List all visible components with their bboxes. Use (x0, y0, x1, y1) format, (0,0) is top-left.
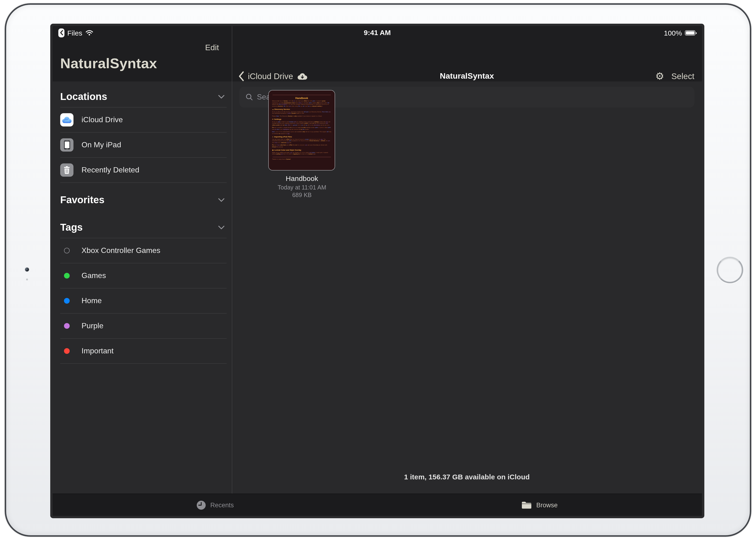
sidebar-item-xbox-controller-games[interactable]: Xbox Controller Games (53, 238, 231, 263)
sidebar-item-label: Important (82, 347, 113, 355)
preview-heading: ☁Discovery Service (272, 108, 331, 110)
file-thumbnail-handbook[interactable]: HandbookWelcome to Natural Syntax, withi… (269, 90, 335, 170)
sidebar-item-games[interactable]: Games (53, 263, 231, 288)
status-time: 9:41 AM (53, 28, 702, 37)
sidebar-item-purple[interactable]: Purple (53, 314, 231, 338)
gear-icon: ⚙ (272, 118, 274, 120)
tag-ring-icon (64, 248, 70, 253)
preview-paragraph: Note: some of the customization options … (272, 131, 331, 135)
preview-title: Handbook (272, 97, 331, 99)
file-modified-date: Today at 11:01 AM (245, 184, 359, 191)
header-strip: Files 9:41 AM 100% Edit NaturalSyntax (53, 26, 702, 81)
preview-paragraph: While you're reading your book, you can … (272, 152, 331, 155)
chevron-down-icon (218, 94, 225, 99)
file-name: Handbook (245, 174, 359, 182)
document-preview: HandbookWelcome to Natural Syntax, withi… (269, 90, 335, 170)
ipad-device: Files 9:41 AM 100% Edit NaturalSyntax (0, 0, 756, 540)
ipad-icon (60, 138, 74, 152)
sidebar-item-important[interactable]: Important (53, 339, 231, 363)
sidebar-item-label: Purple (82, 322, 103, 330)
preview-paragraph: Please Note: The Discovery Service is on… (272, 115, 331, 117)
tag-color-dot (64, 273, 70, 279)
sidebar-app-title: NaturalSyntax (60, 56, 157, 71)
edit-button[interactable]: Edit (53, 43, 231, 53)
separator (60, 363, 227, 364)
battery-icon (685, 30, 695, 35)
sidebar-section-header-favorites[interactable]: Favorites (53, 190, 231, 210)
cloud-icon: ☁ (272, 108, 274, 110)
ambient-sensor (26, 279, 28, 280)
home-button[interactable] (717, 257, 743, 283)
battery-percent-label: 100% (664, 29, 682, 37)
tag-color-dot (64, 348, 70, 354)
section-label: Tags (60, 222, 83, 233)
chevron-down-icon (218, 198, 225, 202)
sidebar-item-recently-deleted[interactable]: Recently Deleted (53, 158, 231, 182)
preview-footer: Thanks for using Natural Syntax! (272, 159, 331, 160)
tag-color-dot (64, 323, 70, 329)
folder-icon (522, 501, 532, 509)
preview-heading: ⚙Settings (272, 118, 331, 120)
sidebar-section-header-locations[interactable]: Locations (53, 86, 231, 107)
icloud-drive-icon (60, 113, 74, 126)
preview-heading: ▦Lexical Color and Style Overlay (272, 149, 331, 151)
download-icon: ↓ (272, 136, 274, 138)
status-bar-right: 100% (664, 28, 695, 37)
tab-browse-label: Browse (536, 501, 558, 508)
tab-recents[interactable]: Recents (53, 494, 377, 516)
sidebar-item-label: Recently Deleted (82, 166, 139, 174)
sidebar-item-label: Home (82, 297, 102, 305)
sidebar-sections: LocationsiCloud DriveOn My iPadRecently … (53, 81, 231, 493)
sidebar-item-label: iCloud Drive (82, 116, 123, 124)
tab-recents-label: Recents (210, 501, 234, 508)
tab-browse[interactable]: Browse (377, 494, 702, 516)
preview-rule (273, 157, 331, 157)
preview-paragraph: Welcome to Natural Syntax, within it you… (272, 100, 331, 107)
preview-paragraph: Pro tip: a number of people like to setu… (272, 127, 331, 130)
select-button[interactable]: Select (671, 71, 694, 81)
sidebar-item-label: Games (82, 271, 106, 280)
sidebar-item-icloud-drive[interactable]: iCloud Drive (53, 107, 231, 132)
section-label: Favorites (60, 194, 104, 205)
tab-bar: Recents Browse (53, 493, 702, 516)
preview-rule (273, 95, 331, 95)
sidebar-item-label: On My iPad (82, 141, 121, 149)
section-label: Locations (60, 91, 107, 102)
sidebar-section-header-tags[interactable]: Tags (53, 217, 231, 238)
trash-icon (60, 163, 74, 177)
sidebar-item-on-my-ipad[interactable]: On My iPad (53, 133, 231, 157)
storage-status-text: 1 item, 156.37 GB available on iCloud (232, 473, 702, 481)
preview-paragraph: Pro tip: If you only have your ePub file… (272, 144, 331, 148)
sidebar-item-home[interactable]: Home (53, 289, 231, 313)
preview-heading: ↓Importing ePub Files (272, 136, 331, 138)
gear-icon[interactable]: ⚙ (655, 71, 664, 81)
preview-paragraph: You can import your own ePub files into … (272, 139, 331, 144)
screen: Files 9:41 AM 100% Edit NaturalSyntax (53, 26, 702, 516)
file-meta[interactable]: Handbook Today at 11:01 AM 689 KB (245, 174, 359, 199)
grid-icon: ▦ (272, 149, 274, 151)
preview-paragraph: At the top right of both the file browse… (272, 121, 331, 126)
file-browser-content: HandbookWelcome to Natural Syntax, withi… (232, 81, 702, 493)
file-size: 689 KB (245, 192, 359, 199)
tag-color-dot (64, 298, 70, 304)
clock-icon (196, 500, 206, 510)
preview-paragraph: At the top left of the file browser, you… (272, 111, 331, 114)
chevron-down-icon (218, 225, 225, 229)
front-camera (25, 267, 29, 272)
sidebar-item-label: Xbox Controller Games (82, 246, 160, 255)
